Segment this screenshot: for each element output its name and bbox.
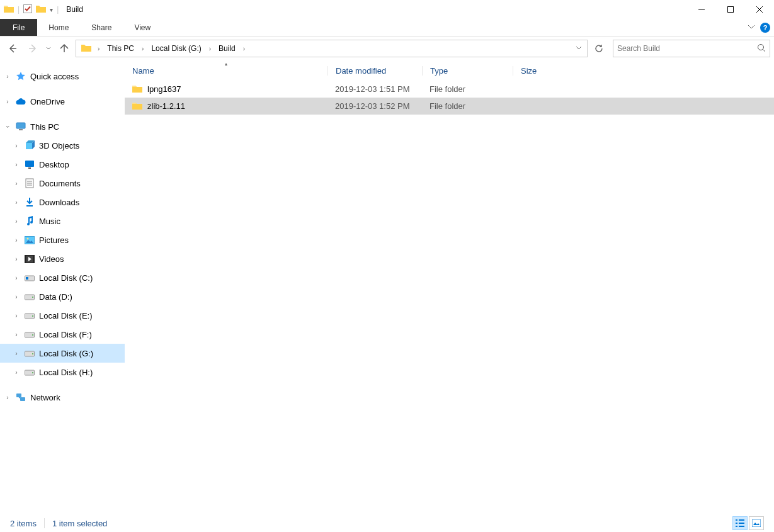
chevron-right-icon[interactable]: › [4, 394, 11, 401]
help-icon[interactable]: ? [760, 23, 770, 33]
tree-item[interactable]: ›Local Disk (H:) [0, 363, 125, 382]
tree-label: Documents [39, 179, 81, 188]
view-tab[interactable]: View [123, 19, 162, 36]
chevron-right-icon[interactable]: › [13, 293, 20, 300]
tree-item[interactable]: ›Local Disk (C:) [0, 268, 125, 287]
tree-item[interactable]: ›Downloads [0, 193, 125, 212]
tree-quick-access[interactable]: › Quick access [0, 67, 125, 86]
tree-item[interactable]: ›Desktop [0, 155, 125, 174]
address-dropdown[interactable] [572, 44, 586, 53]
chevron-right-icon[interactable]: › [13, 331, 20, 338]
breadcrumb-item-drive[interactable]: Local Disk (G:) [146, 40, 206, 57]
chevron-right-icon[interactable]: › [13, 237, 20, 244]
column-type[interactable]: Type [422, 66, 513, 76]
qat-checkbox-icon[interactable] [23, 4, 32, 15]
search-input[interactable] [617, 44, 757, 53]
chevron-right-icon[interactable]: › [13, 350, 20, 357]
refresh-button[interactable] [590, 40, 608, 57]
qat-folder-icon[interactable] [36, 4, 46, 14]
tree-item[interactable]: ›Local Disk (E:) [0, 306, 125, 325]
tree-this-pc[interactable]: › This PC [0, 117, 125, 136]
details-view-button[interactable] [732, 516, 748, 530]
navigation-bar: › This PC › Local Disk (G:) › Build › [0, 37, 774, 60]
ribbon: File Home Share View ? [0, 19, 774, 37]
breadcrumb-item-folder[interactable]: Build [213, 40, 241, 57]
tree-item[interactable]: ›Videos [0, 249, 125, 268]
thumbnails-view-button[interactable] [749, 516, 764, 530]
breadcrumb-chevron[interactable]: › [241, 45, 248, 52]
chevron-down-icon[interactable]: › [4, 123, 11, 130]
svg-rect-23 [25, 255, 26, 263]
file-date: 2019-12-03 1:51 PM [327, 84, 422, 94]
search-box[interactable] [613, 40, 770, 57]
column-headers: Name ▴ Date modified Type Size [125, 60, 774, 81]
desktop-icon [24, 160, 35, 169]
address-bar[interactable]: › This PC › Local Disk (G:) › Build › [76, 40, 588, 57]
chevron-right-icon[interactable]: › [13, 199, 20, 206]
breadcrumb: This PC › Local Disk (G:) › Build › [102, 40, 248, 57]
column-size[interactable]: Size [513, 66, 576, 76]
share-tab[interactable]: Share [80, 19, 123, 36]
tree-network[interactable]: › Network [0, 388, 125, 407]
file-row[interactable]: lpng16372019-12-03 1:51 PMFile folder [125, 81, 774, 98]
chevron-right-icon[interactable]: › [4, 73, 11, 80]
ribbon-expand-icon[interactable] [748, 23, 755, 32]
tree-item[interactable]: ›Documents [0, 174, 125, 193]
back-button[interactable] [4, 40, 21, 57]
chevron-right-icon[interactable]: › [4, 98, 11, 105]
tree-item[interactable]: ›Data (D:) [0, 287, 125, 306]
3d-icon [24, 140, 35, 150]
tree-item[interactable]: ›Local Disk (F:) [0, 325, 125, 344]
chevron-right-icon[interactable]: › [13, 274, 20, 281]
tree-label: 3D Objects [39, 141, 79, 150]
file-list: Name ▴ Date modified Type Size lpng16372… [125, 60, 774, 514]
status-bar: 2 items 1 item selected [0, 514, 774, 532]
column-name[interactable]: Name ▴ [125, 66, 327, 76]
tree-onedrive[interactable]: › OneDrive [0, 92, 125, 111]
file-tab[interactable]: File [0, 19, 37, 36]
tree-item[interactable]: ›Pictures [0, 230, 125, 249]
chevron-right-icon[interactable]: › [13, 218, 20, 225]
chevron-right-icon[interactable]: › [13, 161, 20, 168]
downloads-icon [24, 197, 35, 207]
search-icon[interactable] [757, 43, 766, 54]
separator: | [18, 5, 20, 14]
maximize-button[interactable] [716, 0, 745, 19]
column-date[interactable]: Date modified [327, 66, 422, 76]
address-folder-icon [77, 43, 95, 54]
breadcrumb-chevron[interactable]: › [207, 45, 213, 52]
svg-rect-2 [728, 7, 734, 13]
forward-button[interactable] [24, 40, 42, 57]
chevron-right-icon[interactable]: › [13, 369, 20, 376]
home-tab[interactable]: Home [37, 19, 80, 36]
svg-rect-45 [739, 526, 744, 527]
chevron-right-icon[interactable]: › [13, 142, 20, 149]
svg-line-9 [763, 49, 766, 52]
breadcrumb-chevron[interactable]: › [139, 45, 146, 52]
tree-item[interactable]: ›Local Disk (G:) [0, 344, 125, 363]
svg-rect-42 [736, 523, 737, 524]
recent-dropdown[interactable] [44, 40, 53, 57]
tree-label: Data (D:) [39, 292, 72, 302]
minimize-button[interactable] [687, 0, 716, 19]
breadcrumb-item-thispc[interactable]: This PC [102, 40, 139, 57]
music-icon [24, 216, 35, 226]
tree-item[interactable]: ›Music [0, 212, 125, 230]
svg-point-36 [32, 372, 33, 373]
chevron-right-icon[interactable]: › [13, 312, 20, 319]
svg-point-30 [32, 315, 33, 317]
breadcrumb-chevron[interactable]: › [95, 45, 102, 52]
chevron-right-icon[interactable]: › [13, 180, 20, 187]
navigation-pane: › Quick access › OneDrive › This PC ›3D … [0, 60, 125, 514]
tree-item[interactable]: ›3D Objects [0, 136, 125, 155]
svg-rect-46 [752, 519, 761, 527]
status-selection: 1 item selected [52, 519, 107, 528]
separator [44, 518, 45, 528]
up-button[interactable] [55, 40, 73, 57]
chevron-right-icon[interactable]: › [13, 256, 20, 263]
videos-icon [24, 255, 35, 263]
close-button[interactable] [745, 0, 774, 19]
qat-dropdown-icon[interactable]: ▾ [50, 6, 53, 13]
svg-rect-13 [25, 161, 34, 167]
file-row[interactable]: zlib-1.2.112019-12-03 1:52 PMFile folder [125, 98, 774, 115]
